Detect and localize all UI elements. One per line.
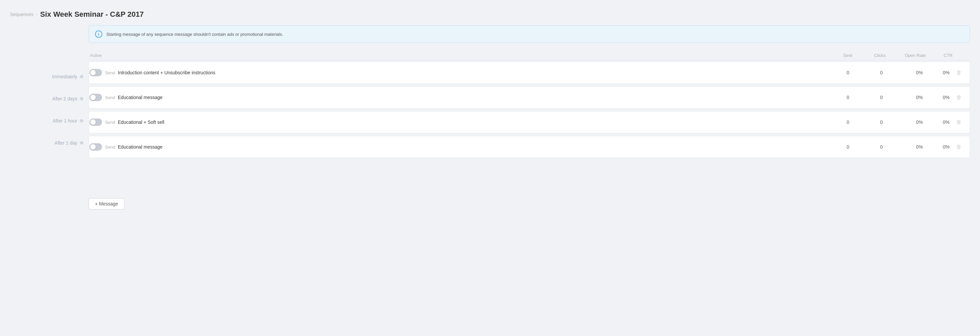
stat-sent: 0	[818, 119, 852, 125]
trash-icon: 🗑	[956, 94, 962, 100]
row-message: Send Educational + Soft sell	[102, 119, 818, 125]
toggle-track	[89, 69, 102, 76]
message-name[interactable]: Educational message	[116, 95, 162, 100]
schedule-column: Immediately After 2 days After 1 hour Af…	[0, 25, 89, 193]
th-active: Active	[89, 53, 102, 58]
toggle-thumb	[90, 95, 95, 100]
breadcrumb-sequences-link[interactable]: Sequences	[10, 12, 33, 17]
trash-icon: 🗑	[956, 119, 962, 125]
send-label: Send	[105, 70, 115, 75]
table-row: Send Educational message 0 0 0% 0% 🗑	[89, 86, 970, 108]
toggle-track	[89, 94, 102, 101]
trash-icon: 🗑	[956, 70, 962, 76]
schedule-item: After 1 hour	[0, 110, 89, 132]
info-icon: i	[95, 30, 102, 38]
breadcrumb: Sequences › Six Week Seminar - C&P 2017	[0, 7, 980, 25]
stat-clicks: 0	[852, 119, 885, 125]
row-message: Send Introduction content + Unsubscribe …	[102, 70, 818, 75]
info-banner: i Starting message of any sequence messa…	[89, 25, 970, 43]
schedule-items: Immediately After 2 days After 1 hour Af…	[0, 65, 89, 154]
th-open-rate: Open Rate	[886, 53, 926, 58]
toggle-switch[interactable]	[89, 94, 102, 101]
stat-ctr: 0%	[926, 70, 952, 75]
main-layout: Immediately After 2 days After 1 hour Af…	[0, 25, 980, 193]
send-label: Send	[105, 145, 115, 150]
message-name[interactable]: Educational + Soft sell	[116, 119, 164, 125]
content-area: i Starting message of any sequence messa…	[89, 25, 980, 193]
toggle-switch[interactable]	[89, 69, 102, 76]
add-message-button[interactable]: + Message	[89, 198, 124, 210]
schedule-label: After 1 day	[54, 140, 77, 146]
toggle-container[interactable]	[89, 143, 102, 151]
send-label: Send	[105, 120, 115, 125]
th-sent: Sent	[819, 53, 852, 58]
schedule-label: After 2 days	[52, 96, 77, 101]
schedule-item: After 2 days	[0, 88, 89, 110]
schedule-dot	[80, 97, 83, 100]
schedule-item: After 1 day	[0, 132, 89, 154]
delete-button[interactable]: 🗑	[952, 144, 966, 150]
delete-button[interactable]: 🗑	[952, 70, 966, 76]
table-row: Send Educational + Soft sell 0 0 0% 0% 🗑	[89, 111, 970, 133]
send-label: Send	[105, 95, 115, 100]
message-name[interactable]: Introduction content + Unsubscribe instr…	[116, 70, 215, 75]
page-wrapper: Sequences › Six Week Seminar - C&P 2017 …	[0, 0, 980, 336]
message-rows: Send Introduction content + Unsubscribe …	[89, 62, 970, 158]
toggle-thumb	[90, 144, 95, 150]
stat-ctr: 0%	[926, 119, 952, 125]
schedule-label: Immediately	[52, 74, 77, 79]
th-clicks: Clicks	[852, 53, 886, 58]
stat-sent: 0	[818, 95, 852, 100]
stat-clicks: 0	[852, 95, 885, 100]
stat-ctr: 0%	[926, 95, 952, 100]
th-ctr: CTR	[926, 53, 953, 58]
stat-open-rate: 0%	[885, 70, 926, 75]
schedule-dot	[80, 119, 83, 123]
stat-clicks: 0	[852, 144, 885, 150]
toggle-container[interactable]	[89, 118, 102, 126]
stat-sent: 0	[818, 144, 852, 150]
toggle-switch[interactable]	[89, 143, 102, 151]
table-row: Send Introduction content + Unsubscribe …	[89, 62, 970, 84]
stat-sent: 0	[818, 70, 852, 75]
toggle-thumb	[90, 70, 95, 75]
stat-clicks: 0	[852, 70, 885, 75]
toggle-container[interactable]	[89, 94, 102, 101]
table-row: Send Educational message 0 0 0% 0% 🗑	[89, 136, 970, 158]
delete-button[interactable]: 🗑	[952, 119, 966, 125]
breadcrumb-separator: ›	[36, 12, 37, 17]
row-message: Send Educational message	[102, 95, 818, 100]
toggle-thumb	[90, 119, 95, 125]
schedule-dot	[80, 75, 83, 78]
stat-open-rate: 0%	[885, 144, 926, 150]
delete-button[interactable]: 🗑	[952, 94, 966, 100]
table-header: Active Sent Clicks Open Rate CTR	[89, 51, 970, 60]
trash-icon: 🗑	[956, 144, 962, 150]
stat-open-rate: 0%	[885, 95, 926, 100]
info-banner-text: Starting message of any sequence message…	[107, 32, 283, 37]
page-title: Six Week Seminar - C&P 2017	[40, 10, 144, 19]
schedule-item: Immediately	[0, 65, 89, 88]
toggle-track	[89, 118, 102, 126]
stat-open-rate: 0%	[885, 119, 926, 125]
message-name[interactable]: Educational message	[116, 144, 162, 150]
row-message: Send Educational message	[102, 144, 818, 150]
toggle-container[interactable]	[89, 69, 102, 76]
toggle-switch[interactable]	[89, 118, 102, 126]
schedule-dot	[80, 141, 83, 145]
toggle-track	[89, 143, 102, 151]
stat-ctr: 0%	[926, 144, 952, 150]
schedule-label: After 1 hour	[53, 118, 77, 124]
